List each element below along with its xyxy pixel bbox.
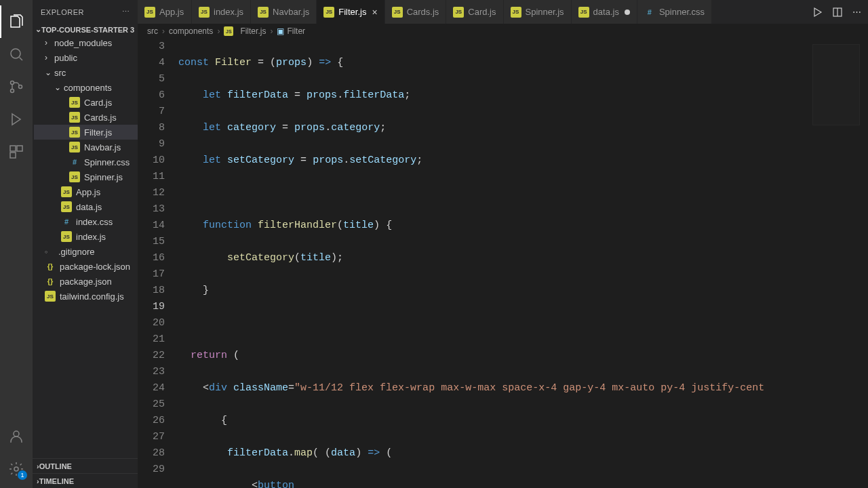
svg-point-3 <box>19 85 22 89</box>
tab-bar: JSApp.js JSindex.js JSNavbar.js JSFilter… <box>138 0 868 24</box>
breadcrumb-item[interactable]: Filter.js <box>240 26 266 36</box>
explorer-icon[interactable] <box>0 5 33 38</box>
file-spinner-js[interactable]: JSSpinner.js <box>34 169 138 184</box>
file-gitignore[interactable]: ◦.gitignore <box>34 244 138 259</box>
split-icon[interactable] <box>832 7 843 18</box>
js-icon: JS <box>144 7 155 18</box>
minimap[interactable] <box>812 44 860 125</box>
chevron-down-icon: ⌄ <box>54 83 64 92</box>
svg-rect-5 <box>17 146 22 151</box>
run-debug-icon[interactable] <box>0 103 33 136</box>
css-icon: # <box>644 7 655 18</box>
js-icon: JS <box>323 7 334 18</box>
js-icon: JS <box>69 97 80 108</box>
code-content[interactable]: const Filter = (props) => { let filterDa… <box>178 39 868 488</box>
js-icon: JS <box>69 127 80 138</box>
file-spinner-css[interactable]: #Spinner.css <box>34 155 138 169</box>
line-gutter: 3 4 5 6 7 8 9 10 11 12 13 14 15 16 17 18… <box>138 39 178 488</box>
js-icon: JS <box>511 7 521 18</box>
js-icon: JS <box>224 26 233 36</box>
editor-area: JSApp.js JSindex.js JSNavbar.js JSFilter… <box>138 0 868 488</box>
file-app[interactable]: JSApp.js <box>34 184 138 199</box>
svg-point-1 <box>11 81 14 85</box>
search-icon[interactable] <box>0 38 33 70</box>
code-editor[interactable]: 3 4 5 6 7 8 9 10 11 12 13 14 15 16 17 18… <box>138 39 868 488</box>
tab-actions: ⋯ <box>805 0 868 24</box>
symbol-icon: ▣ <box>277 26 284 36</box>
timeline-section[interactable]: ›TIMELINE <box>33 473 138 488</box>
breadcrumbs[interactable]: src› components› JSFilter.js› ▣ Filter <box>138 24 868 39</box>
tab-app[interactable]: JSApp.js <box>138 0 192 24</box>
file-index-css[interactable]: #index.css <box>34 214 138 229</box>
project-header[interactable]: ⌄ TOP-COURSE-STARTER 3 <box>33 24 138 35</box>
json-icon: {} <box>45 276 56 287</box>
more-icon[interactable]: ⋯ <box>852 7 861 17</box>
json-icon: {} <box>45 261 56 272</box>
more-icon[interactable]: ⋯ <box>122 7 130 16</box>
tab-card[interactable]: JSCard.js <box>446 0 503 24</box>
js-icon: JS <box>61 231 72 242</box>
svg-point-7 <box>14 431 19 436</box>
folder-node-modules[interactable]: ›node_modules <box>34 35 138 50</box>
file-tailwind-config[interactable]: JStailwind.config.js <box>34 289 138 304</box>
account-icon[interactable] <box>0 420 33 453</box>
breadcrumb-item[interactable]: components <box>169 26 213 36</box>
tab-index[interactable]: JSindex.js <box>192 0 251 24</box>
file-package-lock[interactable]: {}package-lock.json <box>34 259 138 274</box>
tab-data[interactable]: JSdata.js <box>572 0 637 24</box>
folder-src[interactable]: ⌄src <box>34 65 138 80</box>
js-icon: JS <box>69 142 80 152</box>
js-icon: JS <box>578 7 589 18</box>
outline-section[interactable]: ›OUTLINE <box>33 458 138 473</box>
file-cards[interactable]: JSCards.js <box>34 110 138 125</box>
js-icon: JS <box>61 186 72 197</box>
breadcrumb-item[interactable]: Filter <box>287 26 305 36</box>
close-icon[interactable]: × <box>372 7 377 18</box>
css-icon: # <box>61 216 72 227</box>
activity-bar: 1 <box>0 0 33 488</box>
file-tree: ›node_modules ›public ⌄src ⌄components J… <box>33 35 138 458</box>
chevron-down-icon: ⌄ <box>45 68 54 77</box>
svg-point-0 <box>11 49 20 58</box>
tab-spinner-css[interactable]: #Spinner.css <box>637 0 712 24</box>
folder-public[interactable]: ›public <box>34 50 138 65</box>
explorer-header: EXPLORER ⋯ <box>33 0 138 24</box>
file-index-js[interactable]: JSindex.js <box>34 229 138 244</box>
extensions-icon[interactable] <box>0 136 33 168</box>
explorer-title: EXPLORER <box>41 8 84 16</box>
folder-components[interactable]: ⌄components <box>34 80 138 95</box>
tab-filter[interactable]: JSFilter.js× <box>317 0 384 24</box>
js-icon: JS <box>392 7 403 18</box>
svg-rect-6 <box>10 152 16 158</box>
svg-point-2 <box>11 89 14 93</box>
file-package[interactable]: {}package.json <box>34 274 138 289</box>
file-navbar[interactable]: JSNavbar.js <box>34 140 138 155</box>
project-name: TOP-COURSE-STARTER 3 <box>41 26 134 34</box>
tab-spinner[interactable]: JSSpinner.js <box>504 0 572 24</box>
breadcrumb-item[interactable]: src <box>147 26 158 36</box>
chevron-right-icon: › <box>45 38 54 47</box>
chevron-right-icon: › <box>45 53 54 62</box>
js-icon: JS <box>45 291 56 302</box>
file-data[interactable]: JSdata.js <box>34 199 138 214</box>
svg-rect-4 <box>10 146 16 151</box>
modified-dot-icon <box>625 9 630 15</box>
tab-navbar[interactable]: JSNavbar.js <box>251 0 317 24</box>
source-control-icon[interactable] <box>0 70 33 103</box>
explorer-sidebar: EXPLORER ⋯ ⌄ TOP-COURSE-STARTER 3 ›node_… <box>33 0 138 488</box>
js-icon: JS <box>61 201 72 212</box>
css-icon: # <box>69 157 80 167</box>
svg-point-8 <box>14 467 18 471</box>
tab-cards[interactable]: JSCards.js <box>385 0 447 24</box>
js-icon: JS <box>258 7 269 18</box>
manage-icon[interactable]: 1 <box>0 453 33 485</box>
js-icon: JS <box>69 112 80 123</box>
run-icon[interactable] <box>812 7 823 18</box>
file-card[interactable]: JSCard.js <box>34 95 138 110</box>
gitignore-icon: ◦ <box>45 247 58 257</box>
manage-badge: 1 <box>18 470 27 480</box>
file-filter[interactable]: JSFilter.js <box>34 125 138 140</box>
chevron-down-icon: ⌄ <box>35 25 41 34</box>
js-icon: JS <box>69 171 80 182</box>
js-icon: JS <box>453 7 464 18</box>
